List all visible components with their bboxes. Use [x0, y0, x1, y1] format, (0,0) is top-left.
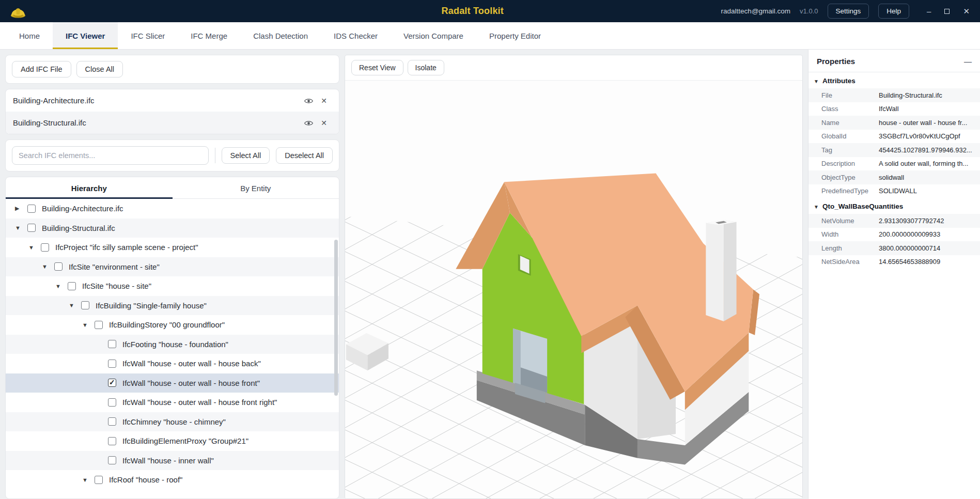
tree-label: IfcFooting "house - foundation" [122, 340, 228, 349]
tree-row[interactable]: ▼IfcBuilding "Single-family house" [6, 296, 339, 316]
close-button[interactable]: ✕ [963, 7, 970, 15]
tree-label: IfcBuildingStorey "00 groundfloor" [109, 320, 225, 329]
properties-minimize-icon[interactable]: — [964, 57, 972, 65]
minimize-button[interactable]: – [927, 7, 931, 15]
left-panel: Add IFC File Close All Building-Architec… [0, 50, 339, 499]
main-tab-clash-detection[interactable]: Clash Detection [240, 22, 321, 49]
remove-file-icon[interactable]: ✕ [316, 119, 332, 127]
tree-checkbox[interactable] [95, 476, 103, 484]
property-label: GlobalId [808, 132, 879, 140]
tree-checkbox[interactable] [108, 417, 116, 426]
app-title: Radalt Toolkit [442, 6, 504, 17]
loaded-file-list: Building-Architecture.ifc✕Building-Struc… [5, 89, 339, 134]
main-tab-home[interactable]: Home [6, 22, 53, 49]
tab-hierarchy[interactable]: Hierarchy [6, 177, 173, 198]
proxy-box [346, 333, 388, 370]
tree-row[interactable]: IfcWall "house - inner wall" [6, 451, 339, 471]
hierarchy-panel: Hierarchy By Entity ▶Building-Architectu… [5, 177, 339, 499]
tree-checkbox[interactable] [54, 262, 63, 271]
main-tab-version-compare[interactable]: Version Compare [391, 22, 476, 49]
chevron-expanded-icon[interactable]: ▼ [69, 302, 81, 308]
tree-row[interactable]: IfcFooting "house - foundation" [6, 335, 339, 354]
tree-row[interactable]: IfcChimney "house - chimney" [6, 412, 339, 432]
tree-checkbox[interactable] [68, 282, 76, 290]
chevron-expanded-icon[interactable]: ▼ [55, 283, 68, 289]
tree-row[interactable]: ▼Building-Structural.ifc [6, 219, 339, 238]
property-value: A solid outer wall, forming th... [879, 160, 968, 167]
isolate-button[interactable]: Isolate [408, 60, 444, 75]
property-row: GlobalId3SGBcf7Lv0r80vKtUCgOpf [808, 130, 980, 144]
tree-row[interactable]: ▼IfcSite "environment - site" [6, 257, 339, 277]
add-ifc-file-button[interactable]: Add IFC File [12, 61, 71, 77]
search-input[interactable] [12, 146, 209, 165]
tree-row[interactable]: ▼IfcSite "house - site" [6, 276, 339, 296]
tree-checkbox[interactable] [108, 437, 116, 445]
maximize-button[interactable] [944, 9, 950, 14]
deselect-all-button[interactable]: Deselect All [276, 147, 333, 164]
reset-view-button[interactable]: Reset View [351, 60, 403, 75]
tree-checkbox[interactable] [108, 340, 116, 348]
tree-row[interactable]: ▼IfcRoof "house - roof" [6, 470, 339, 490]
divider [215, 148, 215, 163]
select-all-button[interactable]: Select All [222, 147, 270, 164]
main-tab-property-editor[interactable]: Property Editor [476, 22, 554, 49]
tree-scrollbar[interactable] [334, 198, 338, 497]
property-label: ObjectType [808, 174, 879, 181]
main-tab-ifc-merge[interactable]: IFC Merge [178, 22, 240, 49]
tree-checkbox[interactable] [41, 243, 49, 252]
tree-checkbox[interactable] [27, 205, 36, 213]
property-section-header[interactable]: ▼Qto_WallBaseQuantities [808, 198, 980, 214]
property-label: Class [808, 105, 879, 113]
chevron-collapsed-icon[interactable]: ▶ [15, 205, 27, 212]
tree-checkbox[interactable] [95, 321, 103, 329]
chevron-expanded-icon[interactable]: ▼ [82, 322, 95, 328]
help-button[interactable]: Help [878, 4, 909, 19]
property-value: Building-Structural.ifc [879, 91, 942, 99]
property-value: 2.9313093077792742 [879, 217, 944, 225]
tree-scrollbar-thumb[interactable] [334, 240, 338, 396]
file-name: Building-Architecture.ifc [13, 96, 301, 105]
tree-row[interactable]: IfcWall "house - outer wall - house back… [6, 354, 339, 373]
tree-checkbox[interactable] [81, 301, 89, 309]
loaded-file-row[interactable]: Building-Architecture.ifc✕ [6, 89, 339, 112]
tree-row[interactable]: IfcBuildingElementProxy "Group#21" [6, 431, 339, 451]
tab-by-entity[interactable]: By Entity [173, 177, 339, 198]
tree-checkbox[interactable] [108, 456, 116, 464]
main-tab-ifc-viewer[interactable]: IFC Viewer [53, 22, 118, 49]
hierarchy-tabs: Hierarchy By Entity [6, 177, 339, 199]
main-tab-ids-checker[interactable]: IDS Checker [321, 22, 391, 49]
main-tab-ifc-slicer[interactable]: IFC Slicer [118, 22, 178, 49]
property-value: 454425.1027891.979946.932... [879, 146, 972, 154]
tree-label: IfcWall "house - inner wall" [122, 456, 214, 465]
loaded-file-row[interactable]: Building-Structural.ifc✕ [6, 112, 339, 134]
remove-file-icon[interactable]: ✕ [316, 97, 332, 105]
property-row: Namehouse - outer wall - house fr... [808, 116, 980, 130]
tree-label: IfcSite "environment - site" [69, 262, 160, 271]
property-row: FileBuilding-Structural.ifc [808, 88, 980, 102]
tree-row[interactable]: ▶Building-Architecture.ifc [6, 199, 339, 219]
section-name: Qto_WallBaseQuantities [822, 202, 903, 210]
tree-checkbox[interactable] [108, 379, 116, 387]
file-name: Building-Structural.ifc [13, 118, 301, 127]
tree-checkbox[interactable] [108, 398, 116, 407]
tree-label: IfcSite "house - site" [82, 282, 151, 290]
tree-row[interactable]: IfcWall "house - outer wall - house fron… [6, 373, 339, 393]
property-label: NetSideArea [808, 258, 879, 266]
3d-canvas[interactable] [345, 81, 802, 498]
tree-checkbox[interactable] [27, 224, 36, 232]
close-all-button[interactable]: Close All [76, 61, 123, 77]
property-section-header[interactable]: ▼Attributes [808, 72, 980, 88]
tree-row[interactable]: IfcWall "house - outer wall - house fron… [6, 393, 339, 412]
tree-checkbox[interactable] [108, 360, 116, 368]
property-row: ClassIfcWall [808, 102, 980, 116]
chevron-expanded-icon[interactable]: ▼ [15, 225, 27, 231]
chevron-expanded-icon[interactable]: ▼ [42, 263, 54, 270]
properties-panel: Properties — ▼AttributesFileBuilding-Str… [808, 50, 980, 499]
tree-row[interactable]: ▼IfcProject "ifc silly sample scene - pr… [6, 238, 339, 257]
chevron-expanded-icon[interactable]: ▼ [28, 244, 41, 251]
visibility-eye-icon[interactable] [301, 118, 316, 128]
chevron-expanded-icon[interactable]: ▼ [82, 477, 95, 483]
tree-row[interactable]: ▼IfcBuildingStorey "00 groundfloor" [6, 315, 339, 335]
visibility-eye-icon[interactable] [301, 96, 316, 105]
settings-button[interactable]: Settings [828, 4, 869, 19]
